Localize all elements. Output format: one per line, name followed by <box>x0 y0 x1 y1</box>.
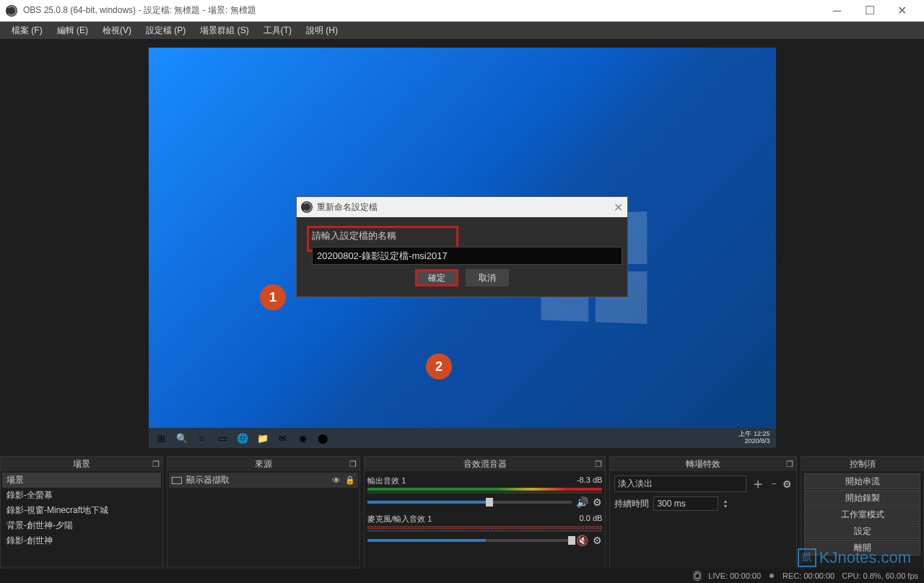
minimize-button[interactable]: ─ <box>821 0 853 22</box>
volume-slider[interactable] <box>367 501 572 504</box>
chrome-icon: ◉ <box>295 429 312 447</box>
vu-meter <box>367 488 602 491</box>
cpu-stats: CPU: 0.8%, 60.00 fps <box>842 571 918 580</box>
scenes-title: 場景 <box>73 458 90 470</box>
profile-name-input[interactable] <box>312 247 622 265</box>
watermark: 凱 KJnotes.com <box>798 548 911 567</box>
gear-icon[interactable]: ⚙ <box>783 478 792 490</box>
channel-db: 0.0 dB <box>580 514 603 525</box>
start-icon: ⊞ <box>153 429 170 447</box>
duration-stepper[interactable]: ▲▼ <box>723 499 728 509</box>
menu-file[interactable]: 檔案 (F) <box>4 22 50 39</box>
mail-icon: ✉ <box>274 429 292 447</box>
scene-item[interactable]: 錄影-視窗-Minecraft地下城 <box>2 503 161 518</box>
preview-taskbar: ⊞ 🔍 ○ ▭ 🌐 📁 ✉ ◉ ⬤ 上午 12:25 2020/8/3 <box>149 428 776 448</box>
controls-title: 控制項 <box>850 458 876 470</box>
close-icon[interactable]: ✕ <box>614 201 623 214</box>
taskbar-clock: 上午 12:25 2020/8/3 <box>738 431 772 445</box>
channel-name: 輸出音效 1 <box>367 475 406 486</box>
mixer-title: 音效混音器 <box>463 458 507 470</box>
lock-icon[interactable]: 🔒 <box>345 475 355 485</box>
rename-profile-dialog: 重新命名設定檔 ✕ 請輸入設定檔的名稱 確定 取消 <box>296 196 628 297</box>
mixer-channel-mic: 麥克風/輸入音效 10.0 dB 🔇 ⚙ <box>367 514 602 546</box>
source-label: 顯示器擷取 <box>186 474 230 486</box>
add-transition-button[interactable]: ＋ <box>751 474 765 494</box>
gear-icon[interactable]: ⚙ <box>593 535 602 546</box>
transition-select[interactable]: 淡入淡出 <box>614 475 746 492</box>
explorer-icon: 📁 <box>254 429 271 447</box>
vu-meter <box>367 526 602 529</box>
sources-list[interactable]: 顯示器擷取 👁 🔒 <box>167 471 359 566</box>
display-capture-icon <box>172 477 182 484</box>
ok-button[interactable]: 確定 <box>415 269 458 286</box>
cancel-button[interactable]: 取消 <box>466 269 509 286</box>
popout-icon[interactable]: ❐ <box>595 460 602 469</box>
scene-item[interactable]: 錄影-創世神 <box>2 533 161 548</box>
mixer-channel-output: 輸出音效 1-8.3 dB 🔊 ⚙ <box>367 475 602 508</box>
broadcast-icon <box>694 572 701 579</box>
annotation-badge-1: 1 <box>260 284 286 310</box>
search-icon: 🔍 <box>173 429 191 447</box>
rec-time: REC: 00:00:00 <box>783 571 834 580</box>
annotation-box-1: 請輸入設定檔的名稱 <box>307 226 458 252</box>
popout-icon[interactable]: ❐ <box>349 460 357 469</box>
duration-label: 持續時間 <box>614 498 649 510</box>
taskview-icon: ▭ <box>214 429 231 447</box>
source-item[interactable]: 顯示器擷取 👁 🔒 <box>169 473 358 488</box>
speaker-muted-icon[interactable]: 🔇 <box>576 535 588 546</box>
channel-db: -8.3 dB <box>577 475 602 486</box>
dialog-title-text: 重新命名設定檔 <box>317 201 378 214</box>
menubar: 檔案 (F) 編輯 (E) 檢視(V) 設定檔 (P) 場景群組 (S) 工具(… <box>0 22 924 39</box>
popout-icon[interactable]: ❐ <box>786 460 793 469</box>
statusbar: LIVE: 00:00:00 REC: 00:00:00 CPU: 0.8%, … <box>0 569 924 583</box>
window-title: OBS 25.0.8 (64-bit, windows) - 設定檔: 無標題 … <box>23 4 821 17</box>
window-titlebar: OBS 25.0.8 (64-bit, windows) - 設定檔: 無標題 … <box>0 0 924 22</box>
obs-taskbar-icon: ⬤ <box>315 429 332 447</box>
menu-tools[interactable]: 工具(T) <box>256 22 299 39</box>
scenes-dock: 場景❐ 場景 錄影-全螢幕 錄影-視窗-Minecraft地下城 背景-創世神-… <box>0 456 163 583</box>
annotation-badge-2: 2 <box>426 354 452 380</box>
menu-profile[interactable]: 設定檔 (P) <box>139 22 193 39</box>
gear-icon[interactable]: ⚙ <box>593 496 602 508</box>
menu-help[interactable]: 說明 (H) <box>299 22 345 39</box>
sources-title: 來源 <box>255 458 272 470</box>
start-streaming-button[interactable]: 開始串流 <box>804 473 920 489</box>
scene-item[interactable]: 背景-創世神-夕陽 <box>2 518 161 533</box>
dialog-titlebar[interactable]: 重新命名設定檔 ✕ <box>297 197 627 217</box>
scene-item[interactable]: 錄影-全螢幕 <box>2 488 161 503</box>
menu-edit[interactable]: 編輯 (E) <box>50 22 95 39</box>
settings-button[interactable]: 設定 <box>804 523 920 539</box>
rec-dot-icon <box>770 574 774 578</box>
visibility-icon[interactable]: 👁 <box>332 475 341 486</box>
dialog-prompt-label: 請輸入設定檔的名稱 <box>312 229 453 242</box>
cortana-icon: ○ <box>193 429 211 447</box>
volume-slider[interactable] <box>367 539 572 542</box>
remove-transition-button[interactable]: － <box>770 478 778 490</box>
live-time: LIVE: 00:00:00 <box>708 571 761 580</box>
start-recording-button[interactable]: 開始錄製 <box>804 490 920 506</box>
obs-icon <box>301 201 313 213</box>
channel-name: 麥克風/輸入音效 1 <box>367 514 432 525</box>
mixer-dock: 音效混音器❐ 輸出音效 1-8.3 dB 🔊 ⚙ 麥克風/輸入音效 10.0 d… <box>364 456 606 583</box>
obs-icon <box>6 5 17 17</box>
maximize-button[interactable]: ☐ <box>853 0 886 22</box>
transitions-title: 轉場特效 <box>686 458 720 470</box>
scene-item[interactable]: 場景 <box>2 473 161 488</box>
transitions-dock: 轉場特效❐ 淡入淡出 ＋ － ⚙ 持續時間 300 ms ▲▼ <box>609 456 797 583</box>
menu-view[interactable]: 檢視(V) <box>95 22 139 39</box>
menu-scene-collection[interactable]: 場景群組 (S) <box>193 22 256 39</box>
studio-mode-button[interactable]: 工作室模式 <box>804 507 920 522</box>
edge-icon: 🌐 <box>234 429 251 447</box>
duration-input[interactable]: 300 ms <box>653 496 718 511</box>
popout-icon[interactable]: ❐ <box>152 460 160 469</box>
close-button[interactable]: ✕ <box>886 0 918 22</box>
watermark-icon: 凱 <box>798 548 816 567</box>
sources-dock: 來源❐ 顯示器擷取 👁 🔒 ＋ － ⚙ ▲▼ <box>167 456 360 583</box>
scenes-list[interactable]: 場景 錄影-全螢幕 錄影-視窗-Minecraft地下城 背景-創世神-夕陽 錄… <box>1 471 162 566</box>
speaker-icon[interactable]: 🔊 <box>576 496 588 508</box>
